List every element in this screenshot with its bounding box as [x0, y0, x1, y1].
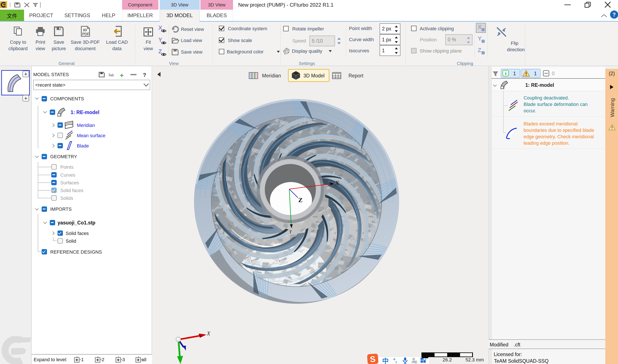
svg-text:Y: Y [289, 229, 292, 234]
svg-text:Z: Z [298, 196, 302, 203]
svg-text:X: X [335, 180, 339, 186]
